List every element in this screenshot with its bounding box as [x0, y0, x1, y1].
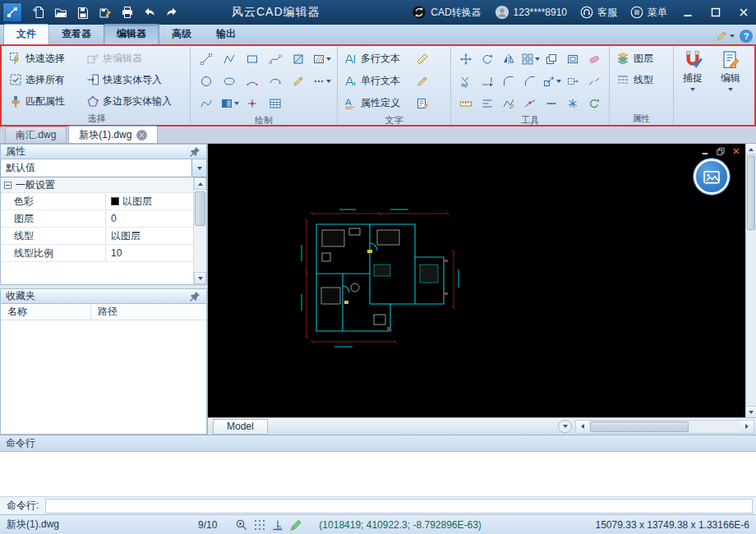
scroll-up-button[interactable] — [746, 144, 756, 155]
attribute-define-button[interactable]: 属性定义 — [342, 92, 446, 114]
draw-arc-button[interactable] — [241, 70, 264, 92]
align-button[interactable] — [477, 92, 498, 114]
pin-icon[interactable] — [188, 290, 201, 303]
scrollbar-thumb[interactable] — [195, 191, 205, 226]
snap-button[interactable]: 捕捉 — [675, 47, 710, 125]
command-history[interactable] — [0, 452, 756, 496]
tab-advanced[interactable]: 高级 — [159, 25, 204, 44]
drawing-canvas[interactable]: Model — [208, 144, 756, 435]
ribbon-style-button[interactable] — [715, 30, 735, 43]
layout-dropdown-button[interactable] — [558, 420, 572, 433]
multiline-text-button[interactable]: 多行文本 — [342, 48, 446, 70]
cad-converter-button[interactable]: CAD转换器 — [407, 0, 486, 25]
scroll-right-button[interactable] — [740, 421, 754, 433]
close-doc-tab-button[interactable] — [136, 130, 147, 140]
mirror-button[interactable] — [498, 48, 519, 70]
property-value[interactable]: 以图层 — [106, 193, 206, 209]
draw-spline-button[interactable] — [264, 48, 287, 70]
polygon-entity-input-button[interactable]: 多边形实体输入 — [85, 91, 185, 113]
draft-pen-icon[interactable] — [289, 518, 302, 532]
maximize-button[interactable] — [703, 0, 728, 25]
redo-button[interactable] — [160, 2, 182, 23]
dropdown-button[interactable] — [191, 159, 206, 177]
collapse-icon[interactable] — [4, 182, 12, 189]
customer-service-button[interactable]: 客服 — [575, 0, 622, 25]
offset-button[interactable] — [562, 48, 583, 70]
draw-point-button[interactable] — [241, 92, 264, 114]
text-scale-icon[interactable] — [416, 53, 429, 66]
canvas-horizontal-scrollbar[interactable] — [575, 420, 754, 434]
draw-ellipse-button[interactable] — [218, 70, 241, 92]
copy-button[interactable] — [541, 48, 562, 70]
undo-button[interactable] — [138, 2, 160, 23]
singleline-text-button[interactable]: 单行文本 — [342, 70, 446, 92]
scrollbar-thumb[interactable] — [747, 156, 755, 230]
draw-polyline-button[interactable] — [218, 48, 241, 70]
grid-snap-icon[interactable] — [253, 518, 266, 532]
fillet-button[interactable] — [498, 70, 519, 92]
quick-select-button[interactable]: 快速选择 — [7, 48, 80, 69]
match-properties-button[interactable]: 匹配属性 — [7, 91, 80, 113]
draw-gradient-button[interactable] — [218, 92, 241, 114]
doc-tab-xinkuai[interactable]: 新块(1).dwg — [68, 126, 158, 143]
save-as-button[interactable] — [94, 2, 116, 23]
doc-restore-button[interactable] — [714, 145, 727, 157]
account-button[interactable]: 123****8910 — [490, 0, 572, 25]
property-value[interactable]: 以图层 — [106, 228, 206, 244]
draw-line-button[interactable] — [195, 48, 218, 70]
draw-circle-button[interactable] — [195, 70, 218, 92]
pin-icon[interactable] — [188, 145, 201, 159]
open-file-button[interactable] — [49, 2, 71, 23]
scroll-left-button[interactable] — [576, 421, 589, 433]
draw-freehand-button[interactable] — [195, 92, 218, 114]
move-button[interactable] — [455, 48, 477, 70]
chamfer-button[interactable] — [519, 70, 541, 92]
favorites-path-column[interactable]: 路径 — [91, 304, 206, 320]
select-all-button[interactable]: 选择所有 — [7, 69, 80, 90]
measure-button[interactable] — [455, 92, 477, 114]
draw-more-button[interactable] — [310, 70, 333, 92]
scroll-down-button[interactable] — [194, 272, 206, 284]
property-value[interactable]: 10 — [106, 245, 206, 261]
explode-button[interactable] — [562, 92, 583, 114]
tab-viewer[interactable]: 查看器 — [49, 25, 104, 44]
new-file-button[interactable] — [27, 2, 49, 23]
draw-ellipse-arc-button[interactable] — [264, 70, 287, 92]
tab-file[interactable]: 文件 — [3, 24, 49, 44]
command-input[interactable] — [45, 499, 753, 513]
favorites-name-column[interactable]: 名称 — [1, 304, 91, 320]
rotate-button[interactable] — [477, 48, 498, 70]
edit-button[interactable]: 编辑 — [713, 47, 748, 125]
extend-button[interactable] — [477, 70, 498, 92]
canvas-vertical-scrollbar[interactable] — [745, 144, 756, 417]
trim-button[interactable] — [455, 70, 477, 92]
break-button[interactable] — [583, 70, 605, 92]
menu-button[interactable]: 菜单 — [625, 0, 672, 25]
doc-tab-nanhui[interactable]: 南汇.dwg — [5, 127, 67, 143]
draw-rectangle-button[interactable] — [241, 48, 264, 70]
attribute-edit-icon[interactable] — [416, 97, 429, 110]
regen-button[interactable] — [583, 92, 605, 114]
minimize-button[interactable] — [675, 0, 700, 25]
layer-button[interactable]: 图层 — [614, 48, 669, 69]
property-group-header[interactable]: 一般设置 — [1, 177, 206, 193]
stretch-button[interactable] — [562, 70, 583, 92]
scrollbar-thumb[interactable] — [590, 421, 689, 432]
draw-hatch-button[interactable] — [310, 48, 333, 70]
preset-dropdown[interactable]: 默认值 — [0, 159, 207, 177]
command-panel-header[interactable]: 命令行 — [0, 435, 756, 452]
quick-entity-import-button[interactable]: 快速实体导入 — [85, 69, 185, 90]
tab-editor[interactable]: 编辑器 — [104, 24, 159, 44]
join-button[interactable] — [519, 92, 541, 114]
close-button[interactable] — [731, 0, 756, 25]
linetype-button[interactable]: 线型 — [614, 69, 669, 90]
text-edit-icon[interactable] — [416, 75, 429, 88]
scroll-down-button[interactable] — [746, 406, 756, 417]
property-grid-scrollbar[interactable] — [193, 177, 206, 284]
draw-table-button[interactable] — [264, 92, 287, 114]
print-button[interactable] — [116, 2, 138, 23]
model-tab[interactable]: Model — [213, 419, 268, 435]
zoom-query-icon[interactable] — [235, 518, 248, 532]
help-button[interactable]: ? — [740, 30, 753, 43]
array-button[interactable] — [519, 48, 541, 70]
